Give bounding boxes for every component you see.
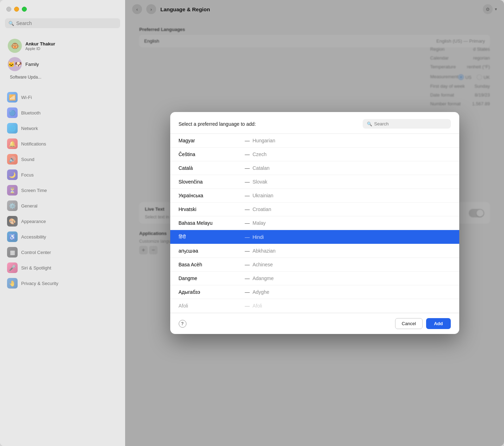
language-row-magyar[interactable]: Magyar — Hungarian: [170, 134, 459, 148]
sidebar-item-appearance[interactable]: 🎨 Appearance: [4, 213, 122, 229]
avatar: 🐵: [8, 39, 22, 53]
sidebar-item-bluetooth-label: Bluetooth: [21, 110, 41, 116]
language-row-hindi[interactable]: हिंदी — Hindi: [170, 230, 459, 244]
minimize-button[interactable]: [14, 7, 19, 12]
sidebar-item-bluetooth[interactable]: 🔵 Bluetooth: [4, 105, 122, 120]
language-row-malay[interactable]: Bahasa Melayu — Malay: [170, 216, 459, 230]
sidebar-item-sound[interactable]: 🔊 Sound: [4, 151, 122, 167]
sidebar-item-general-label: General: [21, 203, 37, 209]
language-row-hrvatski[interactable]: Hrvatski — Croatian: [170, 203, 459, 216]
lang-english-5: Croatian: [253, 206, 271, 212]
user-name: Ankur Thakur: [25, 41, 55, 47]
sidebar-item-general[interactable]: ⚙️ General: [4, 198, 122, 213]
lang-native-5: Hrvatski: [179, 206, 242, 212]
language-picker-modal: Select a preferred language to add: 🔍 Ma…: [170, 112, 459, 334]
sidebar-user-section: 🐵 Ankur Thakur Apple ID 🐱🐶 Family Softwa…: [0, 34, 125, 89]
sidebar-item-network[interactable]: 🌐 Network: [4, 120, 122, 136]
sidebar-item-network-label: Network: [21, 126, 38, 131]
sidebar-item-notifications-label: Notifications: [21, 141, 46, 147]
user-apple-id: Apple ID: [25, 47, 55, 51]
language-row-catala[interactable]: Català — Catalan: [170, 161, 459, 175]
language-row-achinese[interactable]: Basa Acèh — Achinese: [170, 258, 459, 272]
sidebar-item-privacy[interactable]: 🤚 Privacy & Security: [4, 275, 122, 291]
add-button[interactable]: Add: [426, 318, 450, 329]
language-row-cestina[interactable]: Čeština — Czech: [170, 148, 459, 161]
language-row-adangme[interactable]: Dangme — Adangme: [170, 272, 459, 285]
lang-english-3: Slovak: [253, 179, 268, 185]
modal-footer: ? Cancel Add: [170, 313, 459, 334]
modal-search-input[interactable]: [374, 121, 447, 126]
software-update[interactable]: Software Upda...: [5, 73, 120, 83]
lang-native-6: Bahasa Melayu: [179, 220, 242, 226]
sidebar-item-appearance-label: Appearance: [21, 219, 46, 224]
main-content: ‹ › Language & Region ⚙ ▾ Preferred Lang…: [125, 0, 504, 446]
lang-english-2: Catalan: [253, 165, 270, 171]
maximize-button[interactable]: [22, 7, 27, 12]
user-info: Ankur Thakur Apple ID: [25, 41, 55, 51]
sidebar-item-controlcenter[interactable]: ▦ Control Center: [4, 244, 122, 260]
lang-native-12: Afoli: [179, 303, 242, 309]
sidebar-item-notifications[interactable]: 🔔 Notifications: [4, 136, 122, 151]
sidebar-search-box[interactable]: 🔍: [5, 18, 120, 28]
sidebar-item-screentime[interactable]: ⏳ Screen Time: [4, 182, 122, 198]
lang-english-10: Adangme: [253, 275, 274, 281]
language-row-afoli[interactable]: Afoli — Afoli: [170, 299, 459, 313]
lang-native-9: Basa Acèh: [179, 262, 242, 267]
sidebar-main-section: 📶 Wi-Fi 🔵 Bluetooth 🌐 Network 🔔 Notifica…: [0, 89, 125, 292]
sidebar-item-siri[interactable]: 🎤 Siri & Spotlight: [4, 260, 122, 275]
sidebar-item-accessibility[interactable]: ♿ Accessibility: [4, 229, 122, 244]
lang-english-1: Czech: [253, 151, 267, 157]
lang-english-6: Malay: [253, 220, 266, 226]
sidebar-item-focus[interactable]: 🌙 Focus: [4, 167, 122, 182]
lang-native-4: Українська: [179, 193, 242, 198]
modal-overlay: Select a preferred language to add: 🔍 Ma…: [125, 0, 504, 446]
main-window: 🔍 🐵 Ankur Thakur Apple ID 🐱🐶 Family Soft…: [0, 0, 504, 446]
search-input[interactable]: [16, 20, 117, 26]
modal-search-icon: 🔍: [367, 122, 372, 126]
general-icon: ⚙️: [7, 200, 18, 211]
focus-icon: 🌙: [7, 169, 18, 180]
sidebar-item-wifi-label: Wi-Fi: [21, 95, 32, 100]
modal-search-container[interactable]: 🔍: [363, 119, 451, 129]
sidebar-item-wifi[interactable]: 📶 Wi-Fi: [4, 89, 122, 105]
modal-title: Select a preferred language to add:: [179, 121, 256, 127]
language-list: Magyar — Hungarian Čeština — Czech Catal…: [170, 134, 459, 313]
accessibility-icon: ♿: [7, 231, 18, 242]
lang-english-0: Hungarian: [253, 138, 276, 143]
family-avatar: 🐱🐶: [8, 57, 22, 71]
cancel-button[interactable]: Cancel: [395, 318, 423, 329]
lang-english-11: Adyghe: [253, 289, 269, 295]
sidebar-item-focus-label: Focus: [21, 172, 33, 178]
sidebar-item-privacy-label: Privacy & Security: [21, 281, 58, 286]
lang-native-2: Català: [179, 165, 242, 171]
sidebar-item-siri-label: Siri & Spotlight: [21, 265, 51, 271]
lang-native-1: Čeština: [179, 151, 242, 157]
sound-icon: 🔊: [7, 154, 18, 165]
language-row-adyghe[interactable]: Адыгабзэ — Adyghe: [170, 285, 459, 299]
privacy-icon: 🤚: [7, 278, 18, 289]
language-row-slovencina[interactable]: Slovenčina — Slovak: [170, 175, 459, 189]
close-button[interactable]: [6, 7, 11, 12]
family-label: Family: [25, 62, 39, 67]
wifi-icon: 📶: [7, 92, 18, 103]
lang-english-8: Abkhazian: [253, 248, 276, 254]
sidebar-search-container: 🔍: [0, 18, 125, 32]
lang-english-12: Afoli: [253, 303, 262, 309]
sidebar-item-controlcenter-label: Control Center: [21, 250, 51, 255]
siri-icon: 🎤: [7, 262, 18, 273]
sidebar-titlebar: [0, 0, 125, 18]
lang-native-10: Dangme: [179, 275, 242, 281]
lang-english-4: Ukrainian: [253, 193, 273, 198]
sidebar-user-item[interactable]: 🐵 Ankur Thakur Apple ID: [5, 37, 120, 55]
help-button[interactable]: ?: [179, 320, 186, 328]
appearance-icon: 🎨: [7, 216, 18, 227]
sidebar-family-item[interactable]: 🐱🐶 Family: [5, 55, 120, 73]
sidebar: 🔍 🐵 Ankur Thakur Apple ID 🐱🐶 Family Soft…: [0, 0, 125, 446]
modal-actions: Cancel Add: [395, 318, 451, 329]
language-row-ukrainian[interactable]: Українська — Ukrainian: [170, 189, 459, 203]
language-row-abkhazian[interactable]: аҧсшәа — Abkhazian: [170, 244, 459, 258]
lang-english-9: Achinese: [253, 262, 273, 267]
lang-english-7: Hindi: [253, 234, 264, 240]
bluetooth-icon: 🔵: [7, 107, 18, 118]
search-icon: 🔍: [8, 21, 14, 26]
